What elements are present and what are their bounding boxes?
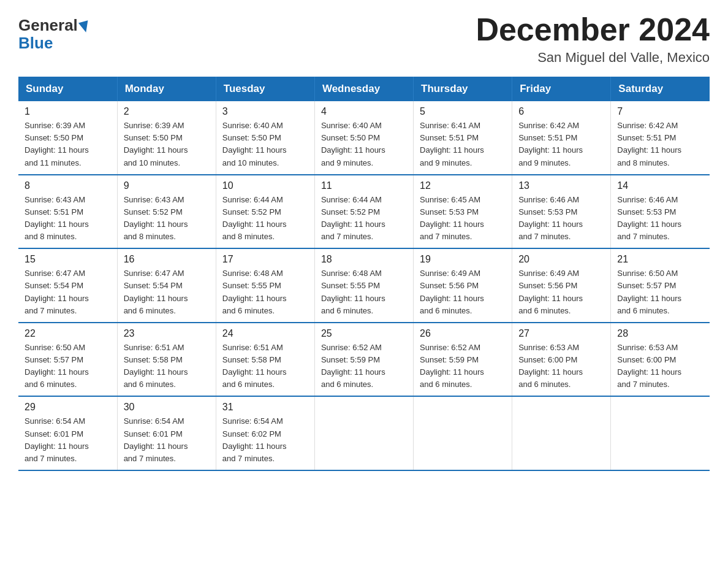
calendar-cell: 5 Sunrise: 6:41 AM Sunset: 5:51 PM Dayli… xyxy=(414,101,512,175)
week-row-4: 22 Sunrise: 6:50 AM Sunset: 5:57 PM Dayl… xyxy=(18,323,710,397)
day-info: Sunrise: 6:42 AM Sunset: 5:51 PM Dayligh… xyxy=(518,120,604,169)
calendar-cell: 23 Sunrise: 6:51 AM Sunset: 5:58 PM Dayl… xyxy=(117,323,216,397)
day-info: Sunrise: 6:44 AM Sunset: 5:52 PM Dayligh… xyxy=(222,194,308,243)
day-number: 9 xyxy=(124,180,210,191)
day-info: Sunrise: 6:42 AM Sunset: 5:51 PM Dayligh… xyxy=(617,120,703,169)
day-info: Sunrise: 6:51 AM Sunset: 5:58 PM Dayligh… xyxy=(124,342,210,391)
week-row-2: 8 Sunrise: 6:43 AM Sunset: 5:51 PM Dayli… xyxy=(18,175,710,249)
calendar-cell: 17 Sunrise: 6:48 AM Sunset: 5:55 PM Dayl… xyxy=(216,248,314,323)
day-info: Sunrise: 6:48 AM Sunset: 5:55 PM Dayligh… xyxy=(321,267,407,317)
day-info: Sunrise: 6:53 AM Sunset: 6:00 PM Dayligh… xyxy=(518,342,604,391)
day-info: Sunrise: 6:54 AM Sunset: 6:01 PM Dayligh… xyxy=(25,415,111,465)
calendar-cell: 30 Sunrise: 6:54 AM Sunset: 6:01 PM Dayl… xyxy=(117,396,216,470)
week-row-1: 1 Sunrise: 6:39 AM Sunset: 5:50 PM Dayli… xyxy=(18,101,710,175)
day-number: 24 xyxy=(222,328,308,339)
logo-general: General xyxy=(18,16,78,35)
calendar-cell xyxy=(314,396,413,470)
day-number: 5 xyxy=(420,106,506,117)
calendar-cell: 3 Sunrise: 6:40 AM Sunset: 5:50 PM Dayli… xyxy=(216,101,314,175)
day-info: Sunrise: 6:40 AM Sunset: 5:50 PM Dayligh… xyxy=(222,120,308,169)
logo-blue: Blue xyxy=(18,34,53,53)
day-info: Sunrise: 6:39 AM Sunset: 5:50 PM Dayligh… xyxy=(25,120,111,169)
day-number: 2 xyxy=(124,106,210,117)
col-header-sunday: Sunday xyxy=(18,77,117,101)
calendar-cell: 28 Sunrise: 6:53 AM Sunset: 6:00 PM Dayl… xyxy=(611,323,710,397)
day-info: Sunrise: 6:50 AM Sunset: 5:57 PM Dayligh… xyxy=(25,342,111,391)
calendar-cell xyxy=(414,396,512,470)
day-number: 31 xyxy=(222,402,308,413)
calendar-cell: 11 Sunrise: 6:44 AM Sunset: 5:52 PM Dayl… xyxy=(314,175,413,249)
calendar-cell: 22 Sunrise: 6:50 AM Sunset: 5:57 PM Dayl… xyxy=(18,323,117,397)
day-number: 4 xyxy=(321,106,407,117)
day-number: 7 xyxy=(617,106,703,117)
day-number: 27 xyxy=(518,328,604,339)
calendar-cell: 16 Sunrise: 6:47 AM Sunset: 5:54 PM Dayl… xyxy=(117,248,216,323)
day-info: Sunrise: 6:52 AM Sunset: 5:59 PM Dayligh… xyxy=(420,342,506,391)
day-info: Sunrise: 6:48 AM Sunset: 5:55 PM Dayligh… xyxy=(222,267,308,317)
day-number: 21 xyxy=(617,254,703,265)
day-info: Sunrise: 6:40 AM Sunset: 5:50 PM Dayligh… xyxy=(321,120,407,169)
calendar-cell: 18 Sunrise: 6:48 AM Sunset: 5:55 PM Dayl… xyxy=(314,248,413,323)
col-header-thursday: Thursday xyxy=(414,77,512,101)
day-number: 13 xyxy=(518,180,604,191)
calendar-cell: 19 Sunrise: 6:49 AM Sunset: 5:56 PM Dayl… xyxy=(414,248,512,323)
day-info: Sunrise: 6:52 AM Sunset: 5:59 PM Dayligh… xyxy=(321,342,407,391)
calendar-cell: 27 Sunrise: 6:53 AM Sunset: 6:00 PM Dayl… xyxy=(512,323,611,397)
day-info: Sunrise: 6:49 AM Sunset: 5:56 PM Dayligh… xyxy=(518,267,604,317)
calendar-cell: 10 Sunrise: 6:44 AM Sunset: 5:52 PM Dayl… xyxy=(216,175,314,249)
day-info: Sunrise: 6:54 AM Sunset: 6:01 PM Dayligh… xyxy=(124,415,210,465)
day-number: 18 xyxy=(321,254,407,265)
day-number: 12 xyxy=(420,180,506,191)
day-info: Sunrise: 6:53 AM Sunset: 6:00 PM Dayligh… xyxy=(617,342,703,391)
calendar-cell xyxy=(611,396,710,470)
col-header-monday: Monday xyxy=(117,77,216,101)
day-info: Sunrise: 6:39 AM Sunset: 5:50 PM Dayligh… xyxy=(124,120,210,169)
calendar-cell: 20 Sunrise: 6:49 AM Sunset: 5:56 PM Dayl… xyxy=(512,248,611,323)
day-number: 30 xyxy=(124,402,210,413)
day-info: Sunrise: 6:44 AM Sunset: 5:52 PM Dayligh… xyxy=(321,194,407,243)
logo-triangle-icon xyxy=(78,20,91,34)
day-number: 3 xyxy=(222,106,308,117)
day-number: 23 xyxy=(124,328,210,339)
col-header-saturday: Saturday xyxy=(611,77,710,101)
calendar-cell: 21 Sunrise: 6:50 AM Sunset: 5:57 PM Dayl… xyxy=(611,248,710,323)
col-header-friday: Friday xyxy=(512,77,611,101)
month-year-title: December 2024 xyxy=(476,12,710,47)
day-info: Sunrise: 6:51 AM Sunset: 5:58 PM Dayligh… xyxy=(222,342,308,391)
day-number: 16 xyxy=(124,254,210,265)
day-info: Sunrise: 6:45 AM Sunset: 5:53 PM Dayligh… xyxy=(420,194,506,243)
calendar-cell: 14 Sunrise: 6:46 AM Sunset: 5:53 PM Dayl… xyxy=(611,175,710,249)
day-info: Sunrise: 6:47 AM Sunset: 5:54 PM Dayligh… xyxy=(124,267,210,317)
col-header-tuesday: Tuesday xyxy=(216,77,314,101)
calendar-cell: 12 Sunrise: 6:45 AM Sunset: 5:53 PM Dayl… xyxy=(414,175,512,249)
day-number: 11 xyxy=(321,180,407,191)
calendar-cell: 25 Sunrise: 6:52 AM Sunset: 5:59 PM Dayl… xyxy=(314,323,413,397)
week-row-3: 15 Sunrise: 6:47 AM Sunset: 5:54 PM Dayl… xyxy=(18,248,710,323)
day-number: 8 xyxy=(25,180,111,191)
day-info: Sunrise: 6:46 AM Sunset: 5:53 PM Dayligh… xyxy=(518,194,604,243)
day-info: Sunrise: 6:47 AM Sunset: 5:54 PM Dayligh… xyxy=(25,267,111,317)
logo: General Blue xyxy=(18,12,89,53)
calendar-cell: 9 Sunrise: 6:43 AM Sunset: 5:52 PM Dayli… xyxy=(117,175,216,249)
title-block: December 2024 San Miguel del Valle, Mexi… xyxy=(476,12,710,66)
day-number: 15 xyxy=(25,254,111,265)
calendar-cell: 24 Sunrise: 6:51 AM Sunset: 5:58 PM Dayl… xyxy=(216,323,314,397)
day-number: 19 xyxy=(420,254,506,265)
day-info: Sunrise: 6:54 AM Sunset: 6:02 PM Dayligh… xyxy=(222,415,308,465)
day-number: 1 xyxy=(25,106,111,117)
day-number: 6 xyxy=(518,106,604,117)
calendar-cell xyxy=(512,396,611,470)
day-info: Sunrise: 6:50 AM Sunset: 5:57 PM Dayligh… xyxy=(617,267,703,317)
calendar-cell: 15 Sunrise: 6:47 AM Sunset: 5:54 PM Dayl… xyxy=(18,248,117,323)
calendar-cell: 1 Sunrise: 6:39 AM Sunset: 5:50 PM Dayli… xyxy=(18,101,117,175)
calendar-cell: 26 Sunrise: 6:52 AM Sunset: 5:59 PM Dayl… xyxy=(414,323,512,397)
day-info: Sunrise: 6:43 AM Sunset: 5:51 PM Dayligh… xyxy=(25,194,111,243)
day-number: 28 xyxy=(617,328,703,339)
day-info: Sunrise: 6:41 AM Sunset: 5:51 PM Dayligh… xyxy=(420,120,506,169)
day-number: 22 xyxy=(25,328,111,339)
calendar-table: SundayMondayTuesdayWednesdayThursdayFrid… xyxy=(18,77,710,471)
calendar-cell: 29 Sunrise: 6:54 AM Sunset: 6:01 PM Dayl… xyxy=(18,396,117,470)
calendar-cell: 2 Sunrise: 6:39 AM Sunset: 5:50 PM Dayli… xyxy=(117,101,216,175)
day-info: Sunrise: 6:46 AM Sunset: 5:53 PM Dayligh… xyxy=(617,194,703,243)
page-header: General Blue December 2024 San Miguel de… xyxy=(18,12,710,66)
